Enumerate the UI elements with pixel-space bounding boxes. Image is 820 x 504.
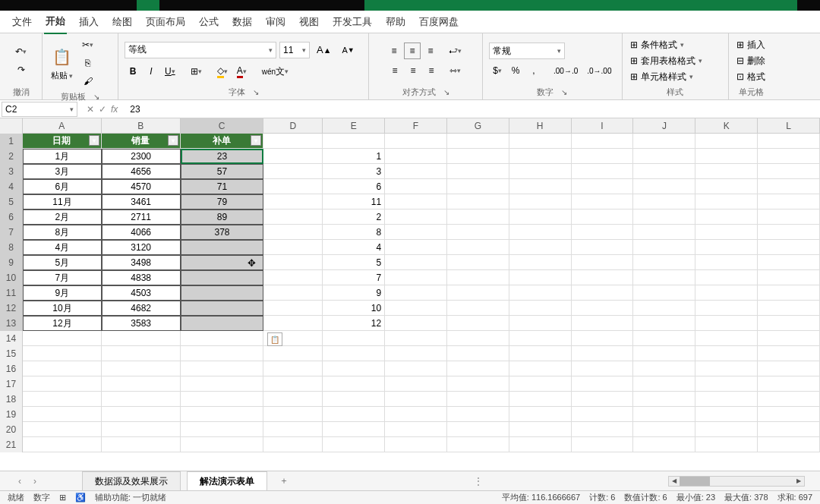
cell-K21[interactable] xyxy=(695,437,758,452)
cell-C21[interactable] xyxy=(181,437,264,452)
cell-L13[interactable] xyxy=(758,316,820,331)
row-header-6[interactable]: 6 xyxy=(0,209,23,225)
formula-input[interactable]: 23 xyxy=(125,104,820,115)
row-header-10[interactable]: 10 xyxy=(0,270,23,285)
cell-E8[interactable]: 4 xyxy=(323,240,385,255)
cell-H5[interactable] xyxy=(509,194,572,209)
horizontal-scrollbar[interactable]: ◀ ▶ xyxy=(668,476,805,487)
cell-G10[interactable] xyxy=(447,270,509,285)
row-header-19[interactable]: 19 xyxy=(0,407,23,422)
cell-A20[interactable] xyxy=(23,422,102,437)
cell-I3[interactable] xyxy=(572,164,634,179)
tab-review[interactable]: 审阅 xyxy=(264,11,287,33)
cell-G14[interactable] xyxy=(447,331,509,346)
cell-F2[interactable] xyxy=(385,149,447,164)
cell-H21[interactable] xyxy=(509,437,572,452)
cell-J2[interactable] xyxy=(633,149,695,164)
cell-G16[interactable] xyxy=(447,361,509,376)
cell-G19[interactable] xyxy=(447,407,509,422)
cell-G13[interactable] xyxy=(447,316,509,331)
cell-E3[interactable]: 3 xyxy=(323,164,385,179)
cell-D21[interactable] xyxy=(263,437,323,452)
cell-K6[interactable] xyxy=(695,209,758,225)
cell-J7[interactable] xyxy=(633,225,695,240)
cell-C2[interactable]: 23 xyxy=(181,149,264,164)
cell-D10[interactable] xyxy=(263,270,323,285)
cell-G4[interactable] xyxy=(447,179,509,194)
cell-A21[interactable] xyxy=(23,437,102,452)
cell-H6[interactable] xyxy=(509,209,572,225)
cell-L4[interactable] xyxy=(758,179,820,194)
cell-J6[interactable] xyxy=(633,209,695,225)
cell-C11[interactable] xyxy=(181,285,264,301)
cell-I21[interactable] xyxy=(572,437,634,452)
cell-B17[interactable] xyxy=(102,376,181,392)
cell-E2[interactable]: 1 xyxy=(323,149,385,164)
cell-C14[interactable] xyxy=(181,331,264,346)
cell-F4[interactable] xyxy=(385,179,447,194)
cell-A19[interactable] xyxy=(23,407,102,422)
cell-D1[interactable] xyxy=(263,134,323,149)
cell-F11[interactable] xyxy=(385,285,447,301)
cell-C15[interactable] xyxy=(181,346,264,361)
cell-H20[interactable] xyxy=(509,422,572,437)
increase-font-button[interactable]: A▲ xyxy=(314,43,334,58)
cell-I9[interactable] xyxy=(572,255,634,270)
cell-E10[interactable]: 7 xyxy=(323,270,385,285)
cell-H4[interactable] xyxy=(509,179,572,194)
cell-C3[interactable]: 57 xyxy=(181,164,264,179)
cell-G11[interactable] xyxy=(447,285,509,301)
cell-F9[interactable] xyxy=(385,255,447,270)
tab-home[interactable]: 开始 xyxy=(44,10,67,34)
cell-L21[interactable] xyxy=(758,437,820,452)
align-dialog-launcher[interactable]: ↘ xyxy=(443,88,449,96)
cell-I12[interactable] xyxy=(572,301,634,316)
row-header-15[interactable]: 15 xyxy=(0,346,23,361)
cell-L12[interactable] xyxy=(758,301,820,316)
tab-baidu[interactable]: 百度网盘 xyxy=(418,11,460,33)
tab-insert[interactable]: 插入 xyxy=(77,11,100,33)
cell-F17[interactable] xyxy=(385,376,447,392)
cell-B12[interactable]: 4682 xyxy=(102,301,181,316)
row-header-1[interactable]: 1 xyxy=(0,134,23,149)
cell-B11[interactable]: 4503 xyxy=(102,285,181,301)
align-left-button[interactable]: ≡ xyxy=(387,63,402,78)
cell-D9[interactable] xyxy=(263,255,323,270)
cell-H10[interactable] xyxy=(509,270,572,285)
col-header-B[interactable]: B xyxy=(102,118,181,133)
cell-D5[interactable] xyxy=(263,194,323,209)
cell-I14[interactable] xyxy=(572,331,634,346)
cell-I8[interactable] xyxy=(572,240,634,255)
cell-L17[interactable] xyxy=(758,376,820,392)
cell-G18[interactable] xyxy=(447,392,509,407)
cell-K14[interactable] xyxy=(695,331,758,346)
cell-L2[interactable] xyxy=(758,149,820,164)
select-all-corner[interactable] xyxy=(0,118,23,134)
cell-B6[interactable]: 2711 xyxy=(102,209,181,225)
col-header-D[interactable]: D xyxy=(263,118,323,133)
cell-E7[interactable]: 8 xyxy=(323,225,385,240)
cell-G15[interactable] xyxy=(447,346,509,361)
cell-K15[interactable] xyxy=(695,346,758,361)
col-header-K[interactable]: K xyxy=(695,118,758,133)
tab-formula[interactable]: 公式 xyxy=(197,11,220,33)
cell-B2[interactable]: 2300 xyxy=(102,149,181,164)
cell-B3[interactable]: 4656 xyxy=(102,164,181,179)
cell-A1[interactable]: 日期▾ xyxy=(23,134,102,149)
col-header-G[interactable]: G xyxy=(447,118,509,133)
comma-format-button[interactable]: , xyxy=(526,63,541,78)
cell-L20[interactable] xyxy=(758,422,820,437)
cell-D4[interactable] xyxy=(263,179,323,194)
cell-B8[interactable]: 3120 xyxy=(102,240,181,255)
number-format-select[interactable]: 常规▾ xyxy=(489,43,565,59)
cell-D17[interactable] xyxy=(263,376,323,392)
phonetic-button[interactable]: wén文 xyxy=(259,64,292,80)
cell-C16[interactable] xyxy=(181,361,264,376)
fx-icon[interactable]: fx xyxy=(111,104,118,115)
cell-L11[interactable] xyxy=(758,285,820,301)
wrap-text-button[interactable]: ⮐ xyxy=(446,43,465,58)
cell-H13[interactable] xyxy=(509,316,572,331)
cell-K8[interactable] xyxy=(695,240,758,255)
row-header-2[interactable]: 2 xyxy=(0,149,23,164)
cell-K9[interactable] xyxy=(695,255,758,270)
